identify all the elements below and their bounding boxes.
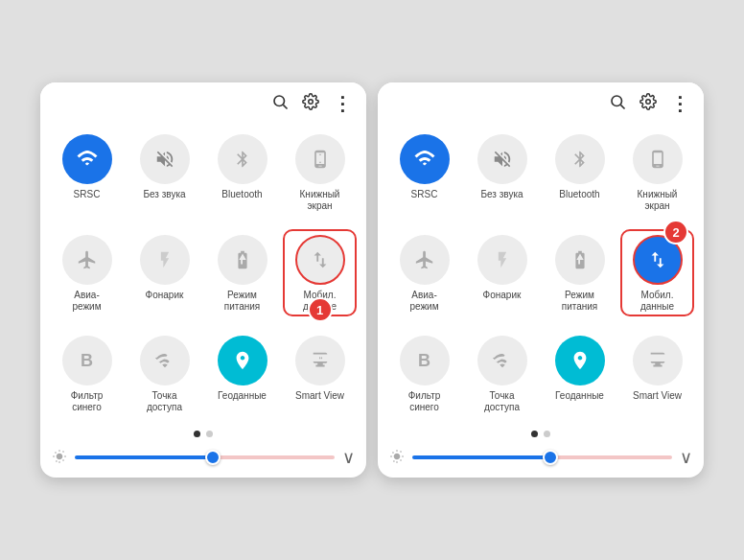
airplane-icon-p1 [62, 235, 112, 285]
flashlight-icon-p2 [477, 235, 527, 285]
brightness-low-icon-p2 [389, 449, 405, 467]
smartview-icon-p2 [633, 336, 683, 385]
tile-smartview-p1[interactable]: Smart View [281, 328, 359, 419]
wifi-icon-p1 [62, 134, 112, 184]
tiles-row1-p2: SRSC Без звука Bluetooth Книжный экран [378, 121, 704, 222]
powersave-icon-p2 [555, 235, 605, 285]
bluetooth-label-p1: Bluetooth [221, 189, 262, 200]
svg-point-3 [612, 96, 622, 106]
geodata-icon-p2 [555, 336, 605, 385]
slider-thumb-p1 [205, 450, 221, 465]
brightness-low-icon-p1 [52, 449, 67, 467]
svg-line-1 [283, 105, 287, 108]
powersave-icon-p1 [218, 235, 267, 285]
tile-srsc-p2[interactable]: SRSC [385, 127, 463, 218]
tiles-row3-p1: B Фильтр синего Точка доступа Геоданные [40, 322, 366, 423]
settings-icon-p2[interactable] [639, 93, 657, 115]
wifi-icon-p2 [400, 134, 450, 184]
flashlight-label-p2: Фонарик [483, 290, 522, 301]
geodata-label-p1: Геоданные [218, 390, 267, 402]
dot-2-p1 [206, 431, 213, 437]
tile-hotspot-p2[interactable]: Точка доступа [463, 328, 541, 419]
bluefilter-icon-p2: B [400, 336, 450, 385]
main-wrapper: ⋮ SRSC Без звука [25, 67, 719, 493]
hotspot-icon-p1 [140, 336, 190, 385]
tiles-row3-p2: B Фильтр синего Точка доступа Геоданные [378, 322, 704, 423]
panel-header-1: ⋮ [40, 82, 366, 121]
smartview-label-p2: Smart View [633, 390, 682, 402]
chevron-down-icon-p2[interactable]: ∨ [680, 447, 692, 468]
flashlight-icon-p1 [140, 235, 190, 285]
dot-1-p2 [531, 431, 538, 437]
brightness-slider-p1[interactable] [75, 455, 335, 459]
tile-mobiledata-p2[interactable]: Мобил. данные 2 [618, 227, 696, 318]
dot-2-p2 [544, 431, 550, 437]
brightness-slider-p2[interactable] [412, 455, 672, 459]
srsc-label-p1: SRSC [74, 189, 101, 200]
srsc-label-p2: SRSC [411, 189, 438, 200]
tile-screen-p1[interactable]: Книжный экран [281, 127, 359, 218]
tile-bluetooth-p2[interactable]: Bluetooth [541, 127, 618, 218]
mute-icon-p2 [477, 134, 527, 184]
more-icon[interactable]: ⋮ [333, 92, 353, 115]
mute-icon-p1 [140, 134, 190, 184]
step-badge-1: 1 [308, 297, 333, 322]
mobiledata-icon-p1 [295, 235, 345, 285]
dots-row-p1 [40, 423, 366, 441]
tile-mute-p1[interactable]: Без звука [126, 127, 203, 218]
slider-thumb-p2 [543, 450, 558, 465]
smartview-label-p1: Smart View [295, 390, 344, 402]
mute-label-p2: Без звука [480, 189, 523, 200]
bluetooth-icon-p1 [218, 134, 267, 184]
tile-hotspot-p1[interactable]: Точка доступа [126, 328, 203, 419]
powersave-label-p1: Режим питания [224, 290, 261, 313]
chevron-down-icon-p1[interactable]: ∨ [342, 447, 355, 468]
screen-label-p2: Книжный экран [638, 189, 678, 212]
tile-powersave-p1[interactable]: Режим питания [203, 227, 281, 318]
mute-label-p1: Без звука [143, 189, 185, 200]
tile-bluefilter-p2[interactable]: B Фильтр синего [385, 328, 463, 419]
airplane-icon-p2 [400, 235, 450, 285]
phone-panel-1: ⋮ SRSC Без звука [40, 82, 366, 478]
settings-icon[interactable] [302, 93, 319, 115]
tiles-row2-p2: Авиа- режим Фонарик Режим питания Мобил. [378, 222, 704, 322]
tile-geodata-p1[interactable]: Геоданные [203, 328, 281, 419]
tile-geodata-p2[interactable]: Геоданные [541, 328, 618, 419]
geodata-label-p2: Геоданные [555, 390, 604, 402]
tiles-row1-p1: SRSC Без звука Bluetooth К [40, 121, 366, 222]
svg-point-5 [646, 99, 651, 104]
tile-powersave-p2[interactable]: Режим питания [541, 227, 618, 318]
more-icon-p2[interactable]: ⋮ [670, 92, 690, 115]
tile-screen-p2[interactable]: Книжный экран [618, 127, 696, 218]
search-icon[interactable] [271, 93, 289, 115]
screen-icon-p1 [295, 134, 345, 184]
tile-flashlight-p1[interactable]: Фонарик [126, 227, 203, 318]
hotspot-label-p2: Точка доступа [484, 390, 520, 413]
tile-srsc-p1[interactable]: SRSC [48, 127, 126, 218]
tile-flashlight-p2[interactable]: Фонарик [463, 227, 541, 318]
tile-smartview-p2[interactable]: Smart View [618, 328, 696, 419]
tile-airplane-p1[interactable]: Авиа- режим [48, 227, 126, 318]
geodata-icon-p1 [218, 336, 267, 385]
dots-row-p2 [378, 423, 704, 441]
powersave-label-p2: Режим питания [562, 290, 598, 313]
svg-point-0 [274, 96, 285, 106]
svg-line-4 [620, 105, 624, 108]
flashlight-label-p1: Фонарик [146, 290, 184, 301]
brightness-row-p2: ∨ [378, 441, 704, 478]
svg-point-2 [309, 99, 314, 104]
bluefilter-label-p1: Фильтр синего [71, 390, 104, 413]
screen-label-p1: Книжный экран [300, 189, 340, 212]
search-icon-p2[interactable] [609, 93, 626, 115]
dot-1-p1 [194, 431, 200, 437]
screen-icon-p2 [633, 134, 683, 184]
tile-airplane-p2[interactable]: Авиа- режим [385, 227, 463, 318]
bluefilter-label-p2: Фильтр синего [408, 390, 441, 413]
tile-bluetooth-p1[interactable]: Bluetooth [203, 127, 281, 218]
mobiledata-label-p2: Мобил. данные [640, 290, 674, 313]
bluefilter-icon-p1: B [62, 336, 112, 385]
tile-mute-p2[interactable]: Без звука [463, 127, 541, 218]
phone-panel-2: ⋮ SRSC Без звука Bluetooth [378, 82, 704, 478]
tile-bluefilter-p1[interactable]: B Фильтр синего [48, 328, 126, 419]
tile-mobiledata-p1[interactable]: Мобил. данные 1 [281, 227, 359, 318]
